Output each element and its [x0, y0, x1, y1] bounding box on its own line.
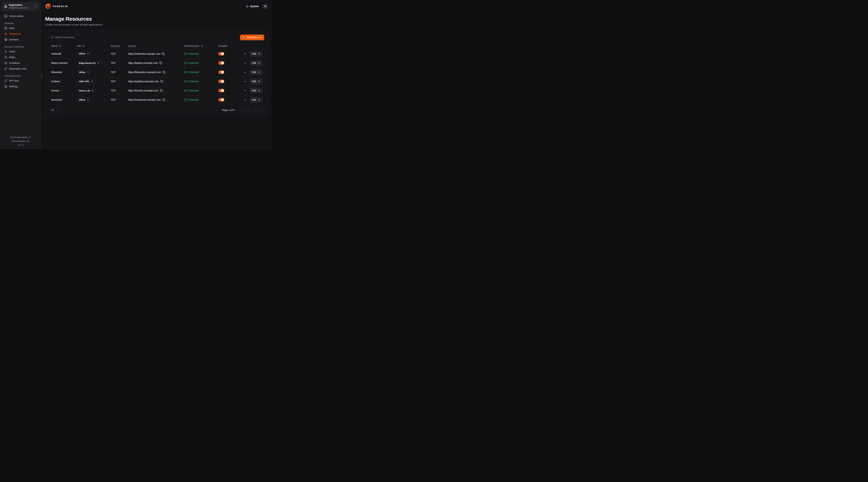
site-link[interactable]: Office: [77, 51, 91, 56]
sidebar-item-server-admin[interactable]: Server Admin: [2, 13, 39, 19]
app-window: Organization milo@fossorial.io's ... Ser…: [0, 0, 272, 149]
page-status: Page 1 of 1: [222, 108, 235, 111]
building-icon: [4, 5, 7, 8]
edit-button[interactable]: Edit: [249, 78, 262, 84]
auth-status-badge: Protected: [181, 98, 216, 101]
section-label-access-control: ACCESS CONTROL: [4, 46, 37, 48]
column-header-authentication[interactable]: Authentication: [181, 44, 216, 47]
enabled-toggle[interactable]: [218, 52, 224, 56]
server-icon: [4, 15, 7, 18]
sidebar-item-api-keys[interactable]: API Keys: [2, 78, 21, 84]
copy-url-button[interactable]: [162, 98, 165, 101]
table-row: Nextcloud Office TCP https://nextcloud.e…: [49, 95, 265, 104]
arrow-up-right-icon: [87, 71, 89, 73]
arrow-right-icon: [258, 89, 260, 92]
table-row: Grafana AWS VPC TCP https://grafana.exam…: [49, 77, 265, 86]
edit-button[interactable]: Edit: [249, 97, 262, 102]
sidebar-resize-handle[interactable]: [41, 73, 42, 78]
column-header-site[interactable]: Site: [74, 44, 108, 47]
shield-check-icon: [184, 62, 187, 64]
resource-name: Grafana: [49, 80, 74, 83]
edit-button[interactable]: Edit: [249, 51, 262, 57]
edit-button[interactable]: Edit: [249, 60, 262, 66]
copy-url-button[interactable]: [160, 80, 163, 83]
plus-icon: [242, 36, 245, 39]
sidebar-item-settings[interactable]: Settings: [2, 84, 20, 89]
column-header-name[interactable]: Name: [49, 44, 74, 47]
row-menu-button[interactable]: [243, 89, 247, 93]
row-menu-button[interactable]: [243, 61, 247, 65]
chevron-down-icon: [56, 109, 58, 111]
table-header-row: NameSiteProtocolAccessAuthenticationEnab…: [49, 43, 265, 49]
section-label-general: GENERAL: [4, 22, 37, 25]
sidebar-item-label: Server Admin: [9, 14, 24, 18]
next-page-button[interactable]: [253, 107, 258, 113]
copy-url-button[interactable]: [163, 71, 165, 73]
copy-icon: [159, 62, 162, 64]
enabled-toggle[interactable]: [218, 61, 224, 65]
enabled-toggle[interactable]: [218, 98, 224, 101]
sidebar-item-shareable-links[interactable]: Shareable Links: [2, 66, 28, 72]
copy-url-button[interactable]: [162, 53, 165, 55]
site-link[interactable]: Edge Device 01: [77, 61, 101, 66]
page-size-select[interactable]: 20: [49, 107, 60, 113]
sites-icon: [4, 27, 7, 30]
search-input[interactable]: [49, 34, 111, 40]
row-menu-button[interactable]: [243, 52, 247, 56]
section-label-organization: ORGANIZATION: [4, 75, 37, 77]
row-menu-button[interactable]: [243, 70, 247, 74]
avatar[interactable]: M: [262, 3, 268, 9]
copy-icon: [162, 98, 165, 101]
enabled-toggle[interactable]: [218, 89, 224, 92]
copy-url-button[interactable]: [160, 89, 163, 92]
edit-button[interactable]: Edit: [249, 88, 262, 93]
enabled-toggle[interactable]: [218, 70, 224, 74]
site-link[interactable]: Office: [77, 97, 91, 102]
community-edition-link[interactable]: Community Edition: [0, 135, 41, 139]
shield-check-icon: [184, 80, 187, 83]
org-switcher-label: Organization: [9, 4, 22, 6]
users-icon: [4, 56, 7, 59]
external-link-icon: [29, 136, 31, 138]
site-link[interactable]: Office: [77, 70, 91, 75]
sidebar-item-domains[interactable]: Domains: [2, 37, 21, 42]
sidebar-item-users[interactable]: Users: [2, 49, 18, 55]
pangolin-logo-icon: [45, 3, 51, 9]
sidebar-item-roles[interactable]: Roles: [2, 55, 18, 60]
row-menu-button[interactable]: [243, 98, 247, 102]
sidebar-item-resources[interactable]: Resources: [2, 31, 23, 37]
site-link[interactable]: Home Lab: [77, 88, 96, 93]
sort-icon: [83, 45, 85, 47]
sidebar-footer: Community Edition Documentation v1.7.0: [0, 133, 41, 149]
edit-button[interactable]: Edit: [249, 69, 262, 75]
arrow-right-icon: [258, 99, 260, 101]
arrow-up-right-icon: [87, 53, 89, 55]
brand: PANGOLIN: [45, 3, 68, 9]
chevron-left-icon: [248, 109, 250, 111]
topbar: PANGOLIN System M: [45, 0, 268, 12]
column-header-access: Access: [125, 44, 181, 47]
documentation-link[interactable]: Documentation: [0, 139, 41, 143]
last-page-button[interactable]: [259, 107, 264, 113]
copy-url-button[interactable]: [159, 62, 162, 64]
arrow-right-icon: [258, 62, 260, 64]
resource-url: https://bitwarden.example.com: [128, 71, 161, 73]
search-icon: [51, 36, 54, 39]
ellipsis-icon: [244, 80, 247, 83]
sidebar-item-invitations[interactable]: Invitations: [2, 60, 22, 66]
enabled-toggle[interactable]: [218, 79, 224, 83]
sidebar-item-sites[interactable]: Sites: [2, 25, 17, 31]
copy-icon: [163, 71, 165, 73]
site-link[interactable]: AWS VPC: [77, 79, 95, 84]
add-resource-button[interactable]: Add Resource: [240, 35, 264, 40]
theme-toggle-button[interactable]: System: [246, 5, 259, 8]
resource-name: Battery Monitor: [49, 62, 74, 64]
sidebar-nav: Server Admin GENERALSitesResourcesDomain…: [2, 10, 39, 89]
org-switcher[interactable]: Organization milo@fossorial.io's ...: [2, 2, 39, 10]
row-menu-button[interactable]: [243, 79, 247, 83]
resource-protocol: TCP: [108, 71, 125, 73]
auth-status-badge: Protected: [181, 89, 216, 92]
book-open-icon: [27, 140, 29, 142]
prev-page-button[interactable]: [247, 107, 251, 113]
first-page-button[interactable]: [240, 107, 245, 113]
